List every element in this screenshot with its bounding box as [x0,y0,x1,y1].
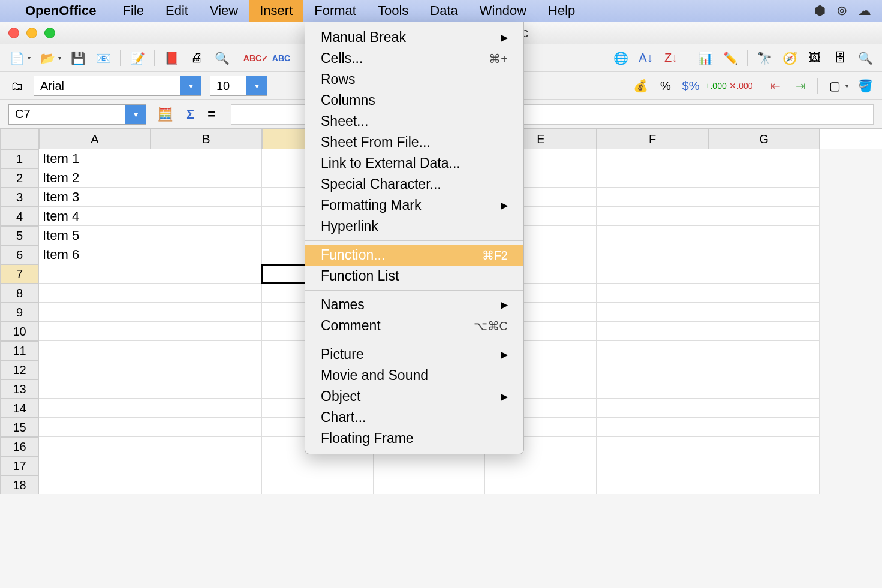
cell-A12[interactable] [39,360,150,379]
cell-F12[interactable] [597,360,708,379]
cell-G10[interactable] [708,322,820,341]
sum-icon[interactable]: Σ [184,107,197,122]
cell-G7[interactable] [708,264,820,284]
col-header-G[interactable]: G [708,129,820,149]
row-header-14[interactable]: 14 [0,399,39,418]
cell-F18[interactable] [597,475,708,494]
equals-icon[interactable]: = [205,107,218,122]
cell-B7[interactable] [150,264,262,284]
increase-indent-icon[interactable]: ⇥ [792,77,809,94]
cell-B1[interactable] [150,149,262,168]
cell-B10[interactable] [150,322,262,341]
styles-icon[interactable]: 🗂 [8,77,25,94]
menu-data[interactable]: Data [419,0,468,22]
cell-G16[interactable] [708,437,820,456]
borders-dropdown[interactable]: ▾ [845,83,848,89]
cell-F4[interactable] [597,207,708,226]
navigator-icon[interactable]: 🧭 [781,50,798,67]
cell-G15[interactable] [708,418,820,437]
cell-F13[interactable] [597,379,708,399]
zoom-icon[interactable]: 🔍 [857,50,874,67]
font-select[interactable]: Arial ▾ [34,76,201,96]
decrease-indent-icon[interactable]: ⇤ [767,77,784,94]
cell-A11[interactable] [39,341,150,360]
cell-G6[interactable] [708,245,820,264]
menu-item-cells[interactable]: Cells...⌘+ [305,48,523,69]
cell-A17[interactable] [39,456,150,475]
menu-item-manual-break[interactable]: Manual Break▶ [305,27,523,48]
cell-F1[interactable] [597,149,708,168]
cell-A3[interactable]: Item 3 [39,188,150,207]
row-header-15[interactable]: 15 [0,418,39,437]
row-header-4[interactable]: 4 [0,207,39,226]
cell-G11[interactable] [708,341,820,360]
cell-A14[interactable] [39,399,150,418]
print-icon[interactable]: 🖨 [188,50,205,67]
menu-item-link-to-external-data[interactable]: Link to External Data... [305,153,523,174]
row-header-6[interactable]: 6 [0,245,39,264]
row-header-1[interactable]: 1 [0,149,39,168]
cell-B4[interactable] [150,207,262,226]
cell-A16[interactable] [39,437,150,456]
close-button[interactable] [8,28,19,38]
datasources-icon[interactable]: 🗄 [832,50,848,67]
menu-item-movie-and-sound[interactable]: Movie and Sound [305,365,523,386]
row-header-9[interactable]: 9 [0,303,39,322]
row-header-17[interactable]: 17 [0,456,39,475]
row-header-10[interactable]: 10 [0,322,39,341]
row-header-18[interactable]: 18 [0,475,39,494]
menu-item-function[interactable]: Function...⌘F2 [305,245,523,266]
menu-item-hyperlink[interactable]: Hyperlink [305,216,523,237]
cell-B18[interactable] [150,475,262,494]
row-header-11[interactable]: 11 [0,341,39,360]
menu-item-special-character[interactable]: Special Character... [305,174,523,195]
menu-item-names[interactable]: Names▶ [305,294,523,315]
cell-F10[interactable] [597,322,708,341]
borders-icon[interactable]: ▢ [826,77,843,94]
row-header-7[interactable]: 7 [0,264,39,284]
cell-A8[interactable] [39,284,150,303]
menu-item-picture[interactable]: Picture▶ [305,344,523,365]
new-doc-icon[interactable]: 📄 [8,50,25,67]
cell-E17[interactable] [485,456,597,475]
cell-A9[interactable] [39,303,150,322]
open-dropdown[interactable]: ▾ [58,55,61,61]
menu-item-sheet[interactable]: Sheet... [305,111,523,132]
cell-F7[interactable] [597,264,708,284]
cell-B11[interactable] [150,341,262,360]
row-header-13[interactable]: 13 [0,379,39,399]
preview-icon[interactable]: 🔍 [213,50,230,67]
cell-F2[interactable] [597,168,708,188]
save-icon[interactable]: 💾 [70,50,86,67]
menu-item-rows[interactable]: Rows [305,69,523,90]
pdf-icon[interactable]: 📕 [163,50,180,67]
row-header-8[interactable]: 8 [0,284,39,303]
cell-B14[interactable] [150,399,262,418]
row-header-2[interactable]: 2 [0,168,39,188]
cell-B2[interactable] [150,168,262,188]
edit-file-icon[interactable]: 📝 [129,50,146,67]
cell-G2[interactable] [708,168,820,188]
col-header-F[interactable]: F [597,129,708,149]
cell-G9[interactable] [708,303,820,322]
size-select[interactable]: 10 ▾ [210,76,267,96]
percent-icon[interactable]: % [657,77,674,94]
cell-G8[interactable] [708,284,820,303]
gallery-icon[interactable]: 🖼 [806,50,823,67]
cell-A5[interactable]: Item 5 [39,226,150,245]
cell-B3[interactable] [150,188,262,207]
cell-F17[interactable] [597,456,708,475]
open-icon[interactable]: 📂 [39,50,56,67]
cell-A7[interactable] [39,264,150,284]
cell-B16[interactable] [150,437,262,456]
cell-A15[interactable] [39,418,150,437]
cell-F14[interactable] [597,399,708,418]
cell-B13[interactable] [150,379,262,399]
fill-color-icon[interactable]: 🪣 [857,77,874,94]
menu-format[interactable]: Format [303,0,367,22]
row-header-5[interactable]: 5 [0,226,39,245]
find-icon[interactable]: 🔭 [756,50,773,67]
menu-item-formatting-mark[interactable]: Formatting Mark▶ [305,195,523,216]
cell-F9[interactable] [597,303,708,322]
menu-file[interactable]: File [112,0,155,22]
